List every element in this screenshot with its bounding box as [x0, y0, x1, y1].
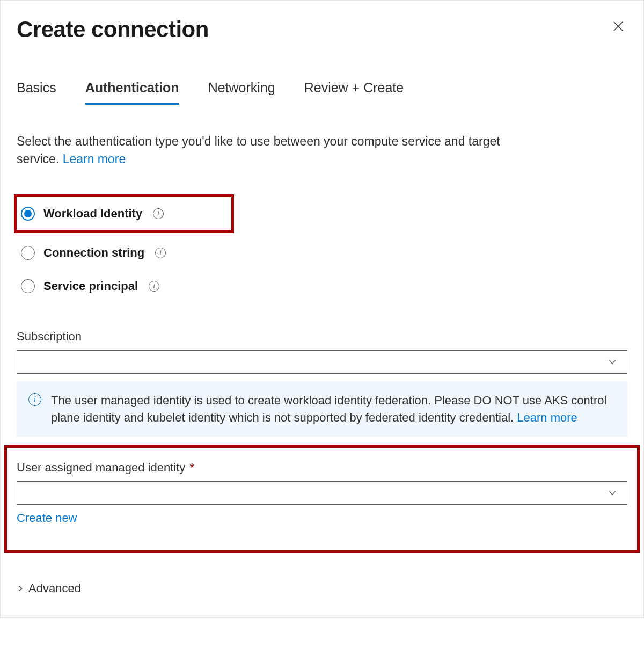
info-icon: i — [28, 393, 41, 406]
page-title: Create connection — [17, 17, 209, 42]
tab-basics[interactable]: Basics — [17, 80, 56, 105]
advanced-label: Advanced — [28, 582, 81, 596]
tab-strip: Basics Authentication Networking Review … — [17, 80, 627, 105]
radio-icon-selected — [21, 207, 35, 221]
subscription-dropdown[interactable] — [17, 350, 627, 374]
chevron-down-icon — [608, 357, 617, 367]
create-new-link[interactable]: Create new — [17, 511, 77, 525]
radio-dot-icon — [24, 210, 32, 217]
panel-header: Create connection — [17, 17, 627, 42]
radio-icon — [21, 279, 35, 293]
info-callout-text: The user managed identity is used to cre… — [51, 392, 617, 426]
radio-row-workload-identity[interactable]: Workload Identity i — [14, 194, 234, 233]
radio-label: Workload Identity — [43, 207, 142, 221]
close-button[interactable] — [609, 17, 627, 38]
tab-authentication[interactable]: Authentication — [85, 80, 179, 105]
learn-more-link[interactable]: Learn more — [63, 152, 126, 166]
auth-type-radio-group: Workload Identity i Connection string i … — [17, 194, 627, 303]
radio-row-service-principal[interactable]: Service principal i — [17, 270, 627, 303]
info-icon[interactable]: i — [149, 281, 159, 292]
identity-info-callout: i The user managed identity is used to c… — [17, 381, 627, 437]
radio-label: Connection string — [43, 246, 144, 260]
subscription-label: Subscription — [17, 330, 627, 344]
tab-review-create[interactable]: Review + Create — [304, 80, 404, 105]
uami-field: User assigned managed identity * Create … — [17, 461, 627, 525]
close-icon — [612, 19, 624, 35]
radio-icon — [21, 246, 35, 260]
required-marker: * — [189, 461, 194, 474]
uami-label-text: User assigned managed identity — [17, 461, 185, 474]
auth-description: Select the authentication type you'd lik… — [17, 133, 543, 169]
uami-highlighted-section: User assigned managed identity * Create … — [4, 445, 640, 553]
chevron-down-icon — [608, 488, 617, 498]
create-connection-panel: Create connection Basics Authentication … — [0, 0, 644, 618]
learn-more-link[interactable]: Learn more — [517, 411, 577, 424]
chevron-right-icon — [17, 583, 24, 594]
advanced-toggle[interactable]: Advanced — [17, 582, 627, 596]
uami-label: User assigned managed identity * — [17, 461, 627, 475]
info-icon[interactable]: i — [153, 208, 164, 219]
uami-dropdown[interactable] — [17, 481, 627, 505]
info-icon[interactable]: i — [155, 248, 166, 258]
tab-networking[interactable]: Networking — [208, 80, 275, 105]
subscription-field: Subscription — [17, 330, 627, 374]
radio-label: Service principal — [43, 279, 138, 293]
radio-row-connection-string[interactable]: Connection string i — [17, 236, 627, 270]
